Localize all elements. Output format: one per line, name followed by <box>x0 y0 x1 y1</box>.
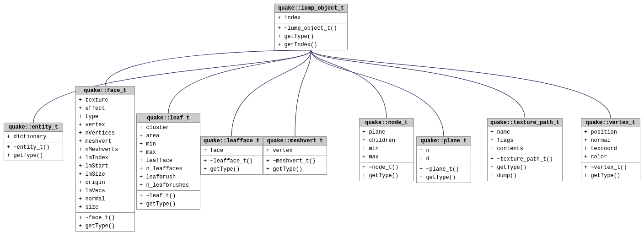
box-texture-path-t-title: quake::texture_path_t <box>488 119 562 127</box>
box-texture-path-t-fields: + name + flags + contents <box>488 127 562 154</box>
box-face-t: quake::face_t + texture + effect + type … <box>75 86 135 232</box>
box-leaf-t: quake::leaf_t + cluster + area + min + m… <box>136 113 200 210</box>
box-leaf-t-methods: + ~leaf_t() + getType() <box>137 191 200 209</box>
box-node-t-methods: + ~node_t() + getType() <box>360 162 413 181</box>
box-meshvert-t-methods: + ~meshvert_t() + getType() <box>263 156 327 174</box>
box-entity-t: quake::entity_t + dictionary + ~entity_t… <box>4 123 63 161</box>
box-plane-t-methods: + ~plane_t() + getType() <box>417 164 471 183</box>
box-face-t-title: quake::face_t <box>76 86 134 95</box>
box-entity-t-title: quake::entity_t <box>4 123 63 132</box>
box-leafface-t-methods: + ~leafface_t() + getType() <box>201 156 262 174</box>
box-face-t-fields: + texture + effect + type + vertex + nVe… <box>76 95 134 213</box>
box-leaf-t-title: quake::leaf_t <box>137 114 200 123</box>
box-vertex-t: quake::vertex_t + position + normal + te… <box>581 118 640 181</box>
box-entity-t-fields: + dictionary <box>4 132 63 142</box>
box-leafface-t: quake::leafface_t + face + ~leafface_t()… <box>200 136 263 175</box>
box-face-t-methods: + ~face_t() + getType() <box>76 213 134 231</box>
box-entity-t-methods: + ~entity_t() + getType() <box>4 142 63 161</box>
box-plane-t: quake::plane_t + n + d + ~plane_t() + ge… <box>416 136 471 183</box>
box-vertex-t-fields: + position + normal + texcoord + color <box>581 127 640 162</box>
uml-diagram: quake::lump_object_t + index + ~lump_obj… <box>0 0 644 232</box>
box-meshvert-t-fields: + vertex <box>263 146 327 156</box>
box-plane-t-title: quake::plane_t <box>417 137 471 146</box>
box-lump-object-t-fields: + index <box>275 13 347 23</box>
box-lump-object-t-methods: + ~lump_object_t() + getType() + getInde… <box>275 23 347 50</box>
box-node-t-title: quake::node_t <box>360 119 413 127</box>
box-leafface-t-title: quake::leafface_t <box>201 137 262 146</box>
box-leaf-t-fields: + cluster + area + min + max + leafface … <box>137 123 200 191</box>
box-meshvert-t-title: quake::meshvert_t <box>263 137 327 146</box>
box-plane-t-fields: + n + d <box>417 146 471 164</box>
box-texture-path-t: quake::texture_path_t + name + flags + c… <box>487 118 563 181</box>
box-leafface-t-fields: + face <box>201 146 262 156</box>
box-vertex-t-methods: + ~vertex_t() + getType() <box>581 162 640 181</box>
box-lump-object-t: quake::lump_object_t + index + ~lump_obj… <box>274 4 348 50</box>
box-lump-object-t-title: quake::lump_object_t <box>275 4 347 13</box>
box-node-t-fields: + plane + children + min + max <box>360 127 413 162</box>
box-meshvert-t: quake::meshvert_t + vertex + ~meshvert_t… <box>263 136 327 175</box>
box-node-t: quake::node_t + plane + children + min +… <box>359 118 414 181</box>
box-texture-path-t-methods: + ~texture_path_t() + getType() + dump() <box>488 154 562 181</box>
box-vertex-t-title: quake::vertex_t <box>581 119 640 127</box>
